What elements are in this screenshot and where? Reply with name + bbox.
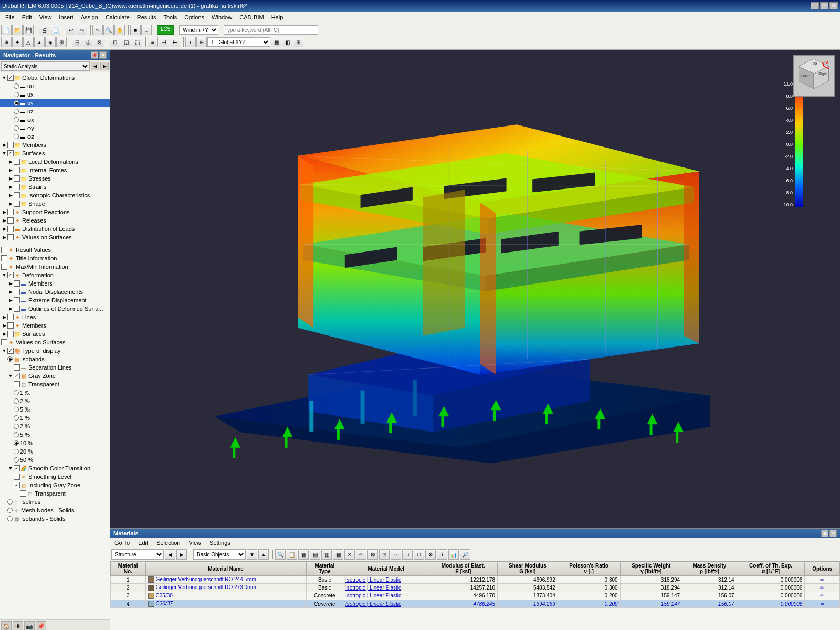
tree-item-type-display[interactable]: ▼ ✓ 🎨 Type of display [0, 346, 110, 355]
tb2-12[interactable]: ⬚ [132, 37, 142, 47]
panel-tb-del[interactable]: ✕ [344, 549, 355, 560]
menu-tools[interactable]: Tools [160, 13, 180, 22]
tree-item-deformation[interactable]: ▼ ✓ ✦ Deformation [0, 271, 110, 279]
panel-tb-deselect[interactable]: ⊡ [379, 549, 390, 560]
nav-bot-eye[interactable]: 👁 [13, 621, 23, 630]
tree-item-val-surf2[interactable]: ✦ Values on Surfaces [0, 338, 110, 346]
nav-prev-btn[interactable]: ◀ [91, 62, 99, 70]
tree-item-outlines[interactable]: ▶ ▬ Outlines of Deformed Surfa... [0, 304, 110, 313]
menu-help[interactable]: Help [268, 13, 287, 22]
radio-uz[interactable] [14, 109, 19, 114]
menu-view[interactable]: View [36, 13, 55, 22]
menu-calculate[interactable]: Calculate [102, 13, 133, 22]
radio-uy[interactable] [14, 100, 19, 106]
radio-20pct[interactable] [14, 449, 19, 454]
radio-mesh-nodes[interactable] [7, 508, 13, 513]
panel-tb-col3[interactable]: ▦ [333, 549, 343, 560]
tree-item-mesh-nodes[interactable]: ⊹ Mesh Nodes - Solids [0, 506, 110, 514]
tree-item-lines-sect[interactable]: ▶ ✦ Lines [0, 313, 110, 321]
tree-item-surfaces-sect[interactable]: ▶ 📁 Surfaces [0, 330, 110, 338]
tree-item-smoothing[interactable]: ≈ Smoothing Level [0, 472, 110, 481]
check-surfaces[interactable]: ✓ [7, 150, 14, 156]
check-members[interactable] [7, 142, 14, 148]
tree-item-phiy[interactable]: ▬ φy [0, 124, 110, 132]
check-local-def[interactable] [14, 159, 20, 165]
tb-undo[interactable]: ↩ [66, 25, 76, 35]
tb-pan[interactable]: ✋ [114, 25, 125, 35]
tb2-15[interactable]: ⊢ [170, 37, 180, 47]
tb-print[interactable]: 🖨 [39, 25, 49, 35]
panel-tb-expand[interactable]: ▼ [247, 549, 257, 560]
cell-mat-model-3[interactable]: Isotropic | Linear Elastic [343, 600, 429, 608]
panel-tb-sort-asc[interactable]: ↑↓ [402, 549, 413, 560]
panel-tb-info[interactable]: ℹ [437, 549, 447, 560]
panel-tb-graph[interactable]: 📊 [448, 549, 459, 560]
panel-menu-goto[interactable]: Go To [112, 539, 132, 547]
cell-mat-name-2[interactable]: C25/30 [145, 592, 306, 600]
tb2-5[interactable]: ◈ [45, 37, 56, 47]
tb2-9[interactable]: ⊠ [94, 37, 104, 47]
nav-bot-home[interactable]: 🏠 [1, 621, 12, 630]
tree-item-uu[interactable]: ▬ uu [0, 82, 110, 90]
tb2-20[interactable]: ⊞ [293, 37, 303, 47]
tb2-16[interactable]: ⟨ [185, 37, 196, 47]
tree-item-internal-forces[interactable]: ▶ 📁 Internal Forces [0, 166, 110, 174]
tree-item-maxmin[interactable]: ✦ Max/Min Information [0, 262, 110, 271]
tree-item-phiz[interactable]: ▬ φz [0, 132, 110, 141]
cell-options-3[interactable]: ✏ [805, 600, 840, 608]
panel-tb-sort-desc[interactable]: ↓↑ [414, 549, 424, 560]
tree-item-2ppm[interactable]: 2 ‰ [0, 397, 110, 405]
check-global-def[interactable]: ✓ [7, 75, 14, 81]
tree-item-nodal-disp[interactable]: ▶ ▬ Nodal Displacements [0, 288, 110, 296]
menu-window[interactable]: Window [208, 13, 235, 22]
tb2-19[interactable]: ◧ [282, 37, 292, 47]
tree-item-sep-lines[interactable]: — Separation Lines [0, 363, 110, 372]
tb-wind-combo[interactable]: Wind in +Y [179, 25, 218, 35]
tree-item-20pct[interactable]: 20 % [0, 447, 110, 456]
nav-filter-select[interactable]: Static Analysis [1, 61, 90, 71]
tree-item-releases[interactable]: ▶ ✦ Releases [0, 216, 110, 225]
tree-item-smooth[interactable]: ▼ ✓ 🌈 Smooth Color Transition [0, 464, 110, 472]
tb2-11[interactable]: ◱ [121, 37, 131, 47]
tree-item-val-surfaces[interactable]: ▶ ✦ Values on Surfaces [0, 233, 110, 242]
panel-tb-copy[interactable]: 📋 [287, 549, 297, 560]
check-incl-gray[interactable]: ✓ [14, 482, 20, 488]
nav-next-btn[interactable]: ▶ [100, 62, 109, 70]
close-button[interactable]: ✕ [830, 2, 838, 9]
radio-1ppm[interactable] [14, 390, 19, 395]
tree-item-title-info[interactable]: ✦ Title Information [0, 254, 110, 262]
radio-isobands[interactable] [7, 356, 13, 362]
tb2-17[interactable]: ⊕ [196, 37, 207, 47]
tb-save[interactable]: 💾 [23, 25, 34, 35]
tree-item-stresses[interactable]: ▶ 📁 Stresses [0, 174, 110, 183]
tree-item-isobands-solids[interactable]: ▦ Isobands - Solids [0, 514, 110, 523]
tree-item-phix[interactable]: ▬ φx [0, 116, 110, 124]
cell-options-1[interactable]: ✏ [805, 584, 840, 592]
panel-tb-prev[interactable]: ◀ [165, 549, 175, 560]
tb-redo[interactable]: ↪ [77, 25, 87, 35]
panel-structure-combo[interactable]: Structure [111, 549, 164, 560]
tb2-4[interactable]: ▲ [34, 37, 45, 47]
cell-mat-name-0[interactable]: Geilinger Verbundquerschnitt RO 244,5mm [145, 576, 306, 584]
tree-item-shape[interactable]: ▶ 📁 Shape [0, 200, 110, 208]
radio-2pct[interactable] [14, 424, 19, 429]
check-nodal[interactable] [14, 289, 20, 295]
panel-menu-view[interactable]: View [186, 539, 203, 547]
cell-mat-model-0[interactable]: Isotropic | Linear Elastic [343, 576, 429, 584]
radio-phix[interactable] [14, 117, 19, 122]
tree-item-5pct[interactable]: 5 % [0, 430, 110, 439]
tree-item-def-members[interactable]: ▶ ▬ Members [0, 279, 110, 288]
cell-options-2[interactable]: ✏ [805, 592, 840, 600]
check-support[interactable] [7, 209, 14, 215]
nav-bot-camera[interactable]: 📷 [24, 621, 35, 630]
nav-pin-btn[interactable]: 📌 [91, 51, 98, 59]
check-transparent[interactable] [14, 381, 20, 387]
panel-tb-col1[interactable]: ▤ [310, 549, 320, 560]
menu-assign[interactable]: Assign [78, 13, 101, 22]
panel-menu-selection[interactable]: Selection [154, 539, 182, 547]
menu-edit[interactable]: Edit [19, 13, 35, 22]
cell-mat-model-2[interactable]: Isotropic | Linear Elastic [343, 592, 429, 600]
tree-item-global-def[interactable]: ▼ ✓ 📁 Global Deformations [0, 74, 110, 82]
check-val-surf[interactable] [7, 234, 14, 240]
tree-item-ux[interactable]: ▬ ux [0, 90, 110, 99]
